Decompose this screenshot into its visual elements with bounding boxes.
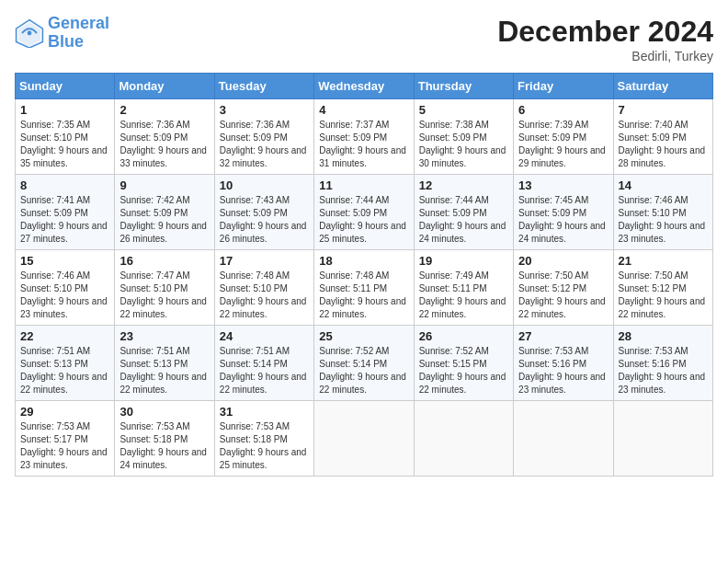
day-info: Sunrise: 7:48 AMSunset: 5:11 PMDaylight:…: [319, 270, 406, 319]
calendar-row: 15 Sunrise: 7:46 AMSunset: 5:10 PMDaylig…: [16, 250, 713, 326]
calendar-cell: 14 Sunrise: 7:46 AMSunset: 5:10 PMDaylig…: [613, 175, 712, 250]
calendar-cell: 22 Sunrise: 7:51 AMSunset: 5:13 PMDaylig…: [16, 326, 115, 401]
calendar-cell: 31 Sunrise: 7:53 AMSunset: 5:18 PMDaylig…: [214, 401, 313, 477]
day-info: Sunrise: 7:47 AMSunset: 5:10 PMDaylight:…: [119, 270, 207, 319]
day-number: 20: [518, 254, 608, 268]
calendar-cell: 1 Sunrise: 7:35 AMSunset: 5:10 PMDayligh…: [16, 99, 115, 175]
calendar-cell: 30 Sunrise: 7:53 AMSunset: 5:18 PMDaylig…: [115, 401, 214, 477]
day-info: Sunrise: 7:37 AMSunset: 5:09 PMDaylight:…: [319, 120, 406, 168]
calendar-row: 22 Sunrise: 7:51 AMSunset: 5:13 PMDaylig…: [16, 326, 713, 401]
calendar-cell: 16 Sunrise: 7:47 AMSunset: 5:10 PMDaylig…: [115, 250, 214, 326]
logo-icon: [15, 18, 44, 48]
calendar-cell: 24 Sunrise: 7:51 AMSunset: 5:14 PMDaylig…: [214, 326, 313, 401]
header-thursday: Thursday: [414, 74, 513, 99]
day-info: Sunrise: 7:39 AMSunset: 5:09 PMDaylight:…: [518, 120, 606, 168]
day-number: 14: [619, 178, 708, 192]
logo: General Blue: [15, 15, 109, 52]
day-info: Sunrise: 7:45 AMSunset: 5:09 PMDaylight:…: [518, 195, 606, 244]
day-number: 1: [20, 103, 109, 117]
calendar-cell: 29 Sunrise: 7:53 AMSunset: 5:17 PMDaylig…: [16, 401, 115, 477]
day-number: 8: [20, 178, 109, 192]
calendar-body: 1 Sunrise: 7:35 AMSunset: 5:10 PMDayligh…: [16, 99, 713, 477]
calendar-cell: 8 Sunrise: 7:41 AMSunset: 5:09 PMDayligh…: [16, 175, 115, 250]
calendar-cell: 26 Sunrise: 7:52 AMSunset: 5:15 PMDaylig…: [414, 326, 513, 401]
day-number: 16: [119, 254, 209, 268]
day-info: Sunrise: 7:53 AMSunset: 5:18 PMDaylight:…: [119, 421, 207, 470]
logo-line2: Blue: [48, 32, 84, 51]
day-number: 22: [20, 329, 109, 343]
day-info: Sunrise: 7:42 AMSunset: 5:09 PMDaylight:…: [119, 195, 207, 244]
day-number: 27: [518, 329, 608, 343]
calendar-cell: 9 Sunrise: 7:42 AMSunset: 5:09 PMDayligh…: [115, 175, 214, 250]
day-info: Sunrise: 7:53 AMSunset: 5:17 PMDaylight:…: [20, 421, 108, 470]
day-info: Sunrise: 7:46 AMSunset: 5:10 PMDaylight:…: [619, 195, 706, 244]
calendar-cell: 23 Sunrise: 7:51 AMSunset: 5:13 PMDaylig…: [115, 326, 214, 401]
calendar-cell: 4 Sunrise: 7:37 AMSunset: 5:09 PMDayligh…: [314, 99, 414, 175]
day-number: 4: [319, 103, 408, 117]
day-number: 2: [119, 103, 209, 117]
logo-text: General Blue: [48, 15, 109, 52]
calendar-cell: 3 Sunrise: 7:36 AMSunset: 5:09 PMDayligh…: [214, 99, 313, 175]
calendar-row: 8 Sunrise: 7:41 AMSunset: 5:09 PMDayligh…: [16, 175, 713, 250]
calendar-cell: 28 Sunrise: 7:53 AMSunset: 5:16 PMDaylig…: [613, 326, 712, 401]
day-info: Sunrise: 7:49 AMSunset: 5:11 PMDaylight:…: [419, 270, 506, 319]
header-friday: Friday: [514, 74, 613, 99]
calendar-title: December 2024: [497, 15, 713, 49]
day-number: 21: [619, 254, 708, 268]
calendar-cell: 25 Sunrise: 7:52 AMSunset: 5:14 PMDaylig…: [314, 326, 414, 401]
calendar-cell: 17 Sunrise: 7:48 AMSunset: 5:10 PMDaylig…: [214, 250, 313, 326]
day-info: Sunrise: 7:46 AMSunset: 5:10 PMDaylight:…: [20, 270, 108, 319]
header-wednesday: Wednesday: [314, 74, 414, 99]
day-number: 29: [20, 405, 109, 419]
day-number: 10: [220, 178, 309, 192]
calendar-cell: [514, 401, 613, 477]
day-info: Sunrise: 7:36 AMSunset: 5:09 PMDaylight:…: [119, 120, 207, 168]
day-number: 28: [619, 329, 708, 343]
day-number: 13: [518, 178, 608, 192]
header-tuesday: Tuesday: [214, 74, 313, 99]
day-number: 30: [119, 405, 209, 419]
calendar-cell: 11 Sunrise: 7:44 AMSunset: 5:09 PMDaylig…: [314, 175, 414, 250]
svg-point-2: [28, 30, 32, 35]
calendar-cell: 27 Sunrise: 7:53 AMSunset: 5:16 PMDaylig…: [514, 326, 613, 401]
day-number: 26: [419, 329, 508, 343]
day-info: Sunrise: 7:50 AMSunset: 5:12 PMDaylight:…: [619, 270, 706, 319]
day-info: Sunrise: 7:53 AMSunset: 5:16 PMDaylight:…: [619, 346, 706, 395]
day-info: Sunrise: 7:52 AMSunset: 5:15 PMDaylight:…: [419, 346, 506, 395]
day-number: 24: [220, 329, 309, 343]
calendar-cell: [414, 401, 513, 477]
calendar-cell: 20 Sunrise: 7:50 AMSunset: 5:12 PMDaylig…: [514, 250, 613, 326]
day-info: Sunrise: 7:38 AMSunset: 5:09 PMDaylight:…: [419, 120, 506, 168]
day-number: 5: [419, 103, 508, 117]
day-info: Sunrise: 7:51 AMSunset: 5:14 PMDaylight:…: [220, 346, 307, 395]
calendar-subtitle: Bedirli, Turkey: [497, 49, 713, 63]
calendar-cell: [613, 401, 712, 477]
calendar-cell: 6 Sunrise: 7:39 AMSunset: 5:09 PMDayligh…: [514, 99, 613, 175]
day-number: 11: [319, 178, 408, 192]
day-info: Sunrise: 7:51 AMSunset: 5:13 PMDaylight:…: [119, 346, 207, 395]
calendar-cell: [314, 401, 414, 477]
day-info: Sunrise: 7:41 AMSunset: 5:09 PMDaylight:…: [20, 195, 108, 244]
calendar-table: Sunday Monday Tuesday Wednesday Thursday…: [15, 73, 713, 477]
title-area: December 2024 Bedirli, Turkey: [497, 15, 713, 63]
day-info: Sunrise: 7:43 AMSunset: 5:09 PMDaylight:…: [220, 195, 307, 244]
calendar-cell: 12 Sunrise: 7:44 AMSunset: 5:09 PMDaylig…: [414, 175, 513, 250]
day-number: 6: [518, 103, 608, 117]
day-info: Sunrise: 7:44 AMSunset: 5:09 PMDaylight:…: [319, 195, 406, 244]
day-number: 3: [220, 103, 309, 117]
day-info: Sunrise: 7:51 AMSunset: 5:13 PMDaylight:…: [20, 346, 108, 395]
calendar-cell: 19 Sunrise: 7:49 AMSunset: 5:11 PMDaylig…: [414, 250, 513, 326]
calendar-row: 1 Sunrise: 7:35 AMSunset: 5:10 PMDayligh…: [16, 99, 713, 175]
day-number: 31: [220, 405, 309, 419]
day-number: 17: [220, 254, 309, 268]
calendar-cell: 7 Sunrise: 7:40 AMSunset: 5:09 PMDayligh…: [613, 99, 712, 175]
calendar-cell: 13 Sunrise: 7:45 AMSunset: 5:09 PMDaylig…: [514, 175, 613, 250]
calendar-cell: 10 Sunrise: 7:43 AMSunset: 5:09 PMDaylig…: [214, 175, 313, 250]
calendar-cell: 18 Sunrise: 7:48 AMSunset: 5:11 PMDaylig…: [314, 250, 414, 326]
day-info: Sunrise: 7:48 AMSunset: 5:10 PMDaylight:…: [220, 270, 307, 319]
day-number: 19: [419, 254, 508, 268]
day-info: Sunrise: 7:44 AMSunset: 5:09 PMDaylight:…: [419, 195, 506, 244]
day-info: Sunrise: 7:36 AMSunset: 5:09 PMDaylight:…: [220, 120, 307, 168]
calendar-cell: 2 Sunrise: 7:36 AMSunset: 5:09 PMDayligh…: [115, 99, 214, 175]
day-number: 7: [619, 103, 708, 117]
